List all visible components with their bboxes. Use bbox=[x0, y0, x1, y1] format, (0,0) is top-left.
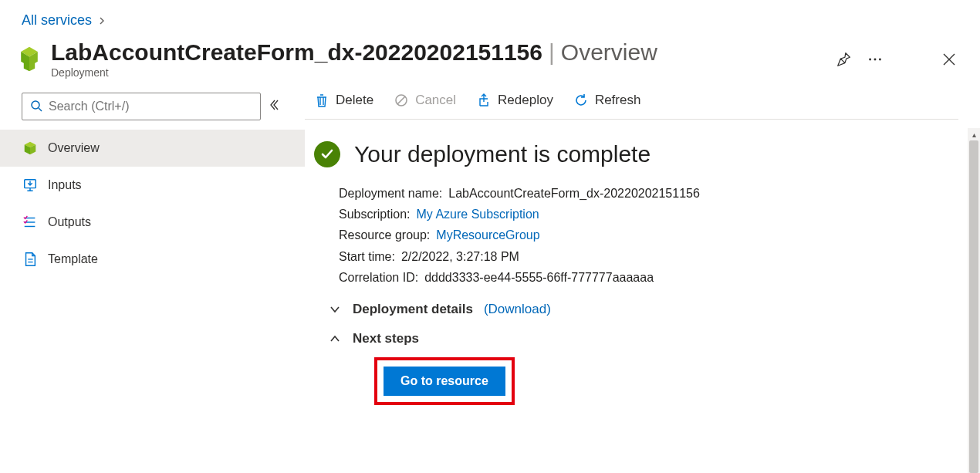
delete-button[interactable]: Delete bbox=[314, 93, 373, 108]
search-input[interactable] bbox=[49, 100, 252, 113]
redeploy-button[interactable]: Redeploy bbox=[476, 93, 553, 108]
download-link[interactable]: (Download) bbox=[484, 302, 551, 317]
chevron-down-icon[interactable] bbox=[328, 302, 342, 316]
chevron-right-icon bbox=[98, 15, 106, 27]
highlight-callout: Go to resource bbox=[374, 357, 515, 405]
resource-group-link[interactable]: MyResourceGroup bbox=[436, 225, 539, 245]
svg-point-7 bbox=[879, 58, 881, 60]
sidebar-item-label: Template bbox=[48, 252, 98, 266]
close-button[interactable] bbox=[940, 50, 958, 69]
chevron-up-icon[interactable] bbox=[328, 332, 342, 346]
cube-icon bbox=[22, 140, 39, 157]
cancel-label: Cancel bbox=[415, 93, 456, 108]
go-to-resource-button[interactable]: Go to resource bbox=[384, 367, 505, 396]
status-message: Your deployment is complete bbox=[354, 141, 651, 167]
sidebar: Overview Inputs bbox=[0, 93, 305, 473]
deployment-details-section: Deployment details (Download) bbox=[305, 288, 958, 317]
next-steps-section: Next steps Go to resource bbox=[305, 317, 958, 405]
page-subtitle: Deployment bbox=[51, 66, 657, 79]
sidebar-item-template[interactable]: Template bbox=[0, 241, 305, 278]
kv-label: Start time: bbox=[339, 246, 395, 267]
section-title: Deployment details bbox=[353, 302, 473, 317]
refresh-label: Refresh bbox=[595, 93, 641, 108]
kv-label: Resource group: bbox=[339, 225, 430, 245]
svg-point-6 bbox=[874, 58, 877, 60]
sidebar-item-outputs[interactable]: Outputs bbox=[0, 204, 305, 241]
more-button[interactable] bbox=[866, 50, 884, 69]
kv-label: Deployment name: bbox=[339, 183, 442, 204]
outputs-icon bbox=[22, 214, 39, 231]
breadcrumb: All services bbox=[0, 0, 980, 38]
cancel-button: Cancel bbox=[394, 93, 456, 108]
pin-button[interactable] bbox=[835, 50, 853, 69]
template-icon bbox=[22, 251, 39, 268]
search-icon bbox=[30, 100, 42, 114]
redeploy-label: Redeploy bbox=[498, 93, 553, 108]
breadcrumb-all-services[interactable]: All services bbox=[22, 12, 92, 29]
kv-value-start-time: 2/2/2022, 3:27:18 PM bbox=[401, 246, 519, 267]
svg-line-9 bbox=[39, 108, 42, 111]
status-banner: Your deployment is complete bbox=[305, 120, 958, 174]
svg-point-8 bbox=[32, 101, 39, 109]
vertical-scrollbar[interactable]: ▴ bbox=[968, 140, 980, 473]
title-separator: | bbox=[549, 39, 555, 65]
toolbar: Delete Cancel Redeploy Refresh bbox=[305, 93, 958, 120]
success-icon bbox=[314, 141, 340, 167]
inputs-icon bbox=[22, 177, 39, 194]
sidebar-item-label: Outputs bbox=[48, 215, 91, 229]
kv-label: Correlation ID: bbox=[339, 267, 418, 288]
content-pane: Delete Cancel Redeploy Refresh Your depl… bbox=[305, 93, 980, 473]
kv-value-correlation-id: dddd3333-ee44-5555-66ff-777777aaaaaa bbox=[424, 267, 654, 288]
section-title: Next steps bbox=[353, 331, 419, 346]
sidebar-item-label: Inputs bbox=[48, 178, 82, 192]
page-title-block: LabAccountCreateForm_dx-20220202151156 |… bbox=[51, 39, 657, 79]
deployment-summary: Deployment name: LabAccountCreateForm_dx… bbox=[305, 174, 958, 288]
sidebar-item-overview[interactable]: Overview bbox=[0, 130, 305, 167]
collapse-sidebar-button[interactable] bbox=[270, 99, 282, 114]
svg-point-5 bbox=[869, 58, 871, 60]
kv-label: Subscription: bbox=[339, 204, 411, 225]
svg-line-20 bbox=[397, 96, 405, 104]
sidebar-item-label: Overview bbox=[48, 141, 100, 155]
subscription-link[interactable]: My Azure Subscription bbox=[417, 204, 539, 225]
page-header: LabAccountCreateForm_dx-20220202151156 |… bbox=[0, 38, 980, 80]
sidebar-search[interactable] bbox=[22, 93, 261, 120]
page-section: Overview bbox=[561, 39, 657, 65]
scroll-up-arrow[interactable]: ▴ bbox=[968, 128, 980, 140]
delete-label: Delete bbox=[336, 93, 373, 108]
sidebar-item-inputs[interactable]: Inputs bbox=[0, 167, 305, 204]
scroll-thumb[interactable] bbox=[969, 140, 978, 473]
deployment-resource-icon bbox=[15, 46, 43, 73]
refresh-button[interactable]: Refresh bbox=[573, 93, 641, 108]
page-title: LabAccountCreateForm_dx-20220202151156 bbox=[51, 39, 542, 65]
kv-value-deployment-name: LabAccountCreateForm_dx-20220202151156 bbox=[448, 183, 700, 204]
